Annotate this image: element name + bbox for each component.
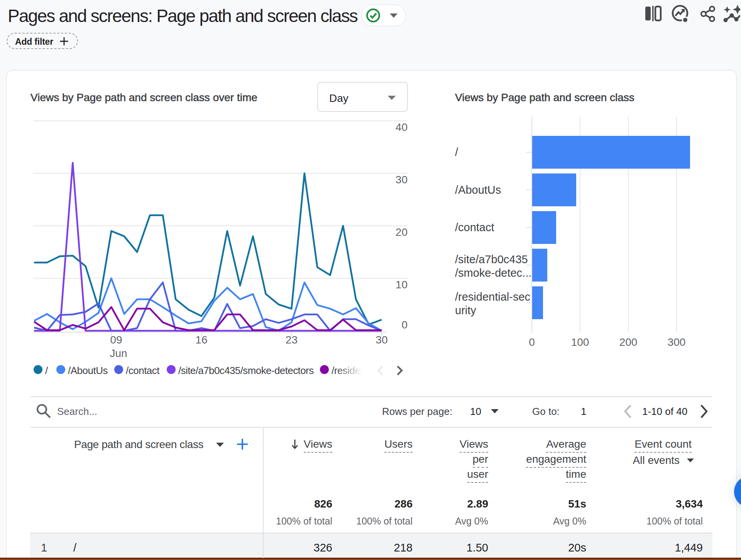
svg-text:100: 100 bbox=[571, 336, 589, 348]
svg-text:urity: urity bbox=[455, 304, 476, 316]
svg-text:Jun: Jun bbox=[110, 347, 127, 359]
svg-text:23: 23 bbox=[286, 334, 298, 346]
svg-text:300: 300 bbox=[668, 336, 686, 348]
svg-text:/site/a7b0c435: /site/a7b0c435 bbox=[455, 253, 528, 266]
svg-text:0: 0 bbox=[529, 336, 535, 348]
svg-text:40: 40 bbox=[396, 121, 408, 133]
svg-text:/contact: /contact bbox=[455, 221, 494, 233]
svg-text:10: 10 bbox=[396, 279, 408, 291]
svg-text:/: / bbox=[455, 146, 458, 158]
svg-text:/AboutUs: /AboutUs bbox=[455, 184, 501, 196]
svg-text:30: 30 bbox=[396, 174, 408, 186]
svg-text:20: 20 bbox=[396, 226, 408, 238]
svg-text:/residential-sec: /residential-sec bbox=[455, 291, 530, 303]
svg-text:30: 30 bbox=[376, 334, 387, 346]
svg-text:/smoke-detec...: /smoke-detec... bbox=[455, 267, 531, 279]
svg-text:09: 09 bbox=[110, 334, 122, 346]
svg-text:16: 16 bbox=[195, 334, 207, 346]
svg-text:0: 0 bbox=[401, 319, 408, 331]
svg-text:200: 200 bbox=[619, 336, 638, 348]
